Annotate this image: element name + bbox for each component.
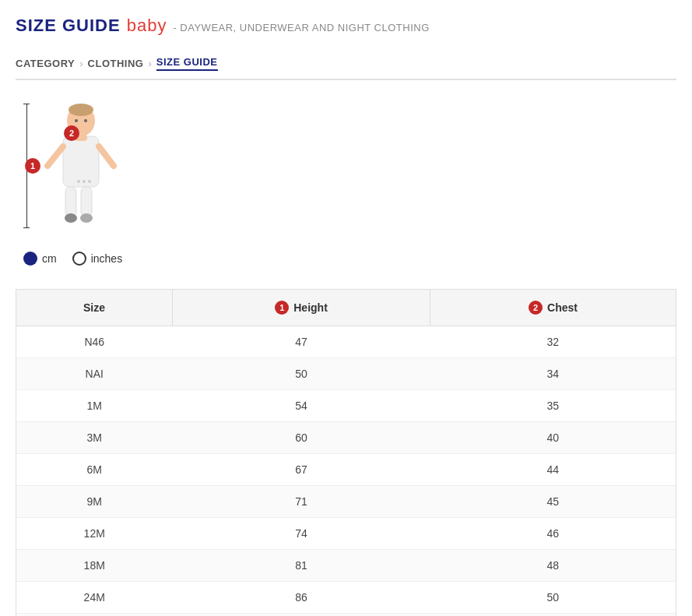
badge-height: 1	[275, 301, 289, 315]
radio-cm-filled[interactable]	[23, 252, 37, 266]
cell-size: NAI	[16, 358, 173, 390]
svg-line-4	[99, 146, 114, 166]
title-desc: - DAYWEAR, UNDERWEAR AND NIGHT CLOTHING	[173, 22, 429, 33]
cell-height: 50	[172, 358, 430, 390]
svg-point-10	[75, 119, 78, 122]
cell-size: N46	[16, 326, 173, 358]
cell-height: 54	[172, 390, 430, 422]
table-row: 24M8650	[16, 582, 676, 614]
cell-chest: 44	[430, 454, 676, 486]
cell-height: 71	[172, 486, 430, 518]
baby-svg	[36, 104, 121, 228]
table-row: 18M8148	[16, 550, 676, 582]
svg-point-13	[83, 180, 86, 183]
col-chest-label: Chest	[547, 301, 578, 314]
size-table: Size 1 Height 2 Chest N464732NAI50341M54…	[16, 289, 676, 616]
col-size-label: Size	[83, 301, 105, 314]
col-chest: 2 Chest	[430, 290, 676, 326]
cell-size: 36M	[16, 614, 173, 617]
table-row: 36M9552	[16, 614, 676, 617]
table-header-row: Size 1 Height 2 Chest	[16, 290, 676, 326]
cell-height: 67	[172, 454, 430, 486]
cell-chest: 34	[430, 358, 676, 390]
cell-height: 86	[172, 582, 430, 614]
cell-chest: 52	[430, 614, 676, 617]
cell-chest: 35	[430, 390, 676, 422]
cell-height: 47	[172, 326, 430, 358]
cell-height: 81	[172, 550, 430, 582]
cell-size: 24M	[16, 582, 173, 614]
table-row: 1M5435	[16, 390, 676, 422]
svg-line-3	[47, 146, 63, 166]
col-size: Size	[16, 290, 173, 326]
cell-size: 9M	[16, 486, 173, 518]
col-height-label: Height	[293, 301, 328, 314]
cell-chest: 45	[430, 486, 676, 518]
cell-height: 74	[172, 518, 430, 550]
cell-height: 60	[172, 422, 430, 454]
table-row: 9M7145	[16, 486, 676, 518]
table-row: N464732	[16, 326, 676, 358]
table-row: 6M6744	[16, 454, 676, 486]
cell-chest: 48	[430, 550, 676, 582]
unit-cm[interactable]: cm	[23, 252, 57, 266]
figure-wrapper: 1 2	[23, 104, 121, 228]
unit-inches-label: inches	[91, 252, 122, 265]
svg-point-12	[77, 180, 80, 183]
marker-1: 1	[25, 158, 40, 174]
unit-toggle: cm inches	[23, 252, 122, 266]
visual-section: 1 2	[16, 104, 676, 266]
cell-size: 18M	[16, 550, 173, 582]
page-container: SIZE GUIDE baby - DAYWEAR, UNDERWEAR AND…	[0, 0, 692, 616]
table-row: 3M6040	[16, 422, 676, 454]
cell-size: 1M	[16, 390, 173, 422]
breadcrumb-sep-1: ›	[79, 58, 83, 69]
marker-2: 2	[64, 125, 79, 141]
title-main: SIZE GUIDE	[16, 16, 121, 36]
cell-size: 12M	[16, 518, 173, 550]
tick-bottom	[23, 227, 30, 228]
svg-rect-6	[81, 187, 92, 216]
radio-inches-empty[interactable]	[72, 252, 86, 266]
cell-size: 3M	[16, 422, 173, 454]
svg-point-1	[68, 104, 93, 116]
breadcrumb-category[interactable]: CATEGORY	[16, 58, 75, 69]
unit-cm-label: cm	[42, 252, 57, 265]
col-height: 1 Height	[172, 290, 430, 326]
svg-point-14	[88, 180, 91, 183]
svg-rect-2	[63, 136, 99, 187]
table-row: NAI5034	[16, 358, 676, 390]
svg-rect-5	[65, 187, 76, 216]
breadcrumb-size-guide[interactable]: SIZE GUIDE	[156, 56, 218, 71]
breadcrumb-clothing[interactable]: CLOTHING	[88, 58, 144, 69]
svg-point-8	[80, 213, 93, 223]
title-sub: baby	[127, 16, 167, 36]
breadcrumb: CATEGORY › CLOTHING › SIZE GUIDE	[16, 48, 676, 80]
cell-size: 6M	[16, 454, 173, 486]
badge-chest: 2	[529, 301, 543, 315]
page-header: SIZE GUIDE baby - DAYWEAR, UNDERWEAR AND…	[16, 16, 676, 36]
breadcrumb-sep-2: ›	[148, 58, 151, 69]
cell-chest: 32	[430, 326, 676, 358]
table-row: 12M7446	[16, 518, 676, 550]
svg-point-7	[65, 213, 77, 223]
cell-chest: 46	[430, 518, 676, 550]
table-body: N464732NAI50341M54353M60406M67449M714512…	[16, 326, 676, 617]
cell-chest: 50	[430, 582, 676, 614]
unit-inches[interactable]: inches	[72, 252, 122, 266]
svg-point-11	[84, 119, 87, 122]
cell-chest: 40	[430, 422, 676, 454]
baby-figure: 1 2	[36, 104, 121, 228]
cell-height: 95	[172, 614, 430, 617]
